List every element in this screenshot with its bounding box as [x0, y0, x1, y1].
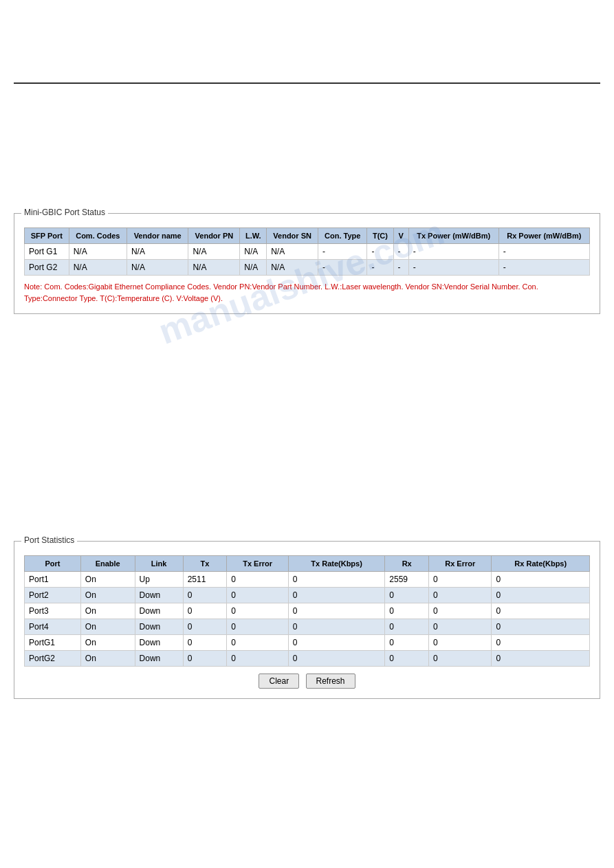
sfp-col-rxpower: Rx Power (mW/dBm) — [498, 228, 589, 244]
stats-table-cell: 0 — [183, 635, 227, 651]
stats-table-cell: Down — [135, 603, 183, 619]
stats-table-cell: Down — [135, 635, 183, 651]
stats-table-header: Port Enable Link Tx Tx Error Tx Rate(Kbp… — [25, 556, 590, 572]
sfp-table-cell: - — [367, 260, 393, 276]
sfp-col-vendorsn: Vendor SN — [267, 228, 318, 244]
stats-table-cell: 0 — [288, 603, 384, 619]
stats-table-cell: 0 — [385, 635, 429, 651]
stats-table-cell: 0 — [227, 619, 289, 635]
sfp-section: Mini-GBIC Port Status SFP Port Com. Code… — [14, 213, 600, 314]
stats-table-cell: 0 — [385, 603, 429, 619]
stats-table-cell: On — [80, 572, 135, 588]
sfp-table-cell: - — [393, 260, 408, 276]
stats-table-cell: 0 — [492, 588, 590, 603]
stats-table-cell: Port2 — [25, 588, 81, 603]
stats-table-cell: On — [80, 603, 135, 619]
stats-table-cell: Port4 — [25, 619, 81, 635]
sfp-table-cell: N/A — [267, 244, 318, 260]
sfp-col-v: V — [393, 228, 408, 244]
sfp-table-cell: Port G2 — [25, 260, 69, 276]
spacer-top — [14, 89, 600, 213]
sfp-col-port: SFP Port — [25, 228, 69, 244]
sfp-table-cell: N/A — [69, 244, 127, 260]
stats-col-rx: Rx — [385, 556, 429, 572]
sfp-col-txpower: Tx Power (mW/dBm) — [408, 228, 498, 244]
stats-table-cell: 0 — [288, 588, 384, 603]
sfp-table-cell: - — [498, 260, 589, 276]
stats-col-rxerror: Rx Error — [429, 556, 492, 572]
stats-col-tx: Tx — [183, 556, 227, 572]
sfp-col-comcodes: Com. Codes — [69, 228, 127, 244]
stats-table-cell: 0 — [429, 588, 492, 603]
stats-table-cell: 0 — [429, 572, 492, 588]
stats-table-cell: 0 — [227, 588, 289, 603]
stats-col-link: Link — [135, 556, 183, 572]
sfp-table-cell: - — [408, 260, 498, 276]
stats-table-cell: 2511 — [183, 572, 227, 588]
stats-table-cell: 0 — [385, 619, 429, 635]
stats-col-enable: Enable — [80, 556, 135, 572]
stats-table-cell: 0 — [429, 619, 492, 635]
sfp-table-cell: Port G1 — [25, 244, 69, 260]
sfp-table-cell: - — [318, 244, 367, 260]
stats-table-cell: 0 — [183, 588, 227, 603]
stats-table-row: Port1OnUp251100255900 — [25, 572, 590, 588]
stats-table-cell: 0 — [385, 588, 429, 603]
sfp-table-row: Port G2N/AN/AN/AN/AN/A----- — [25, 260, 590, 276]
stats-table-cell: 0 — [492, 572, 590, 588]
sfp-table-cell: - — [367, 244, 393, 260]
sfp-table-cell: - — [498, 244, 589, 260]
stats-table-cell: 0 — [227, 651, 289, 667]
sfp-col-tc: T(C) — [367, 228, 393, 244]
sfp-table-cell: N/A — [188, 260, 240, 276]
stats-table-cell: 0 — [227, 635, 289, 651]
stats-table-cell: Port3 — [25, 603, 81, 619]
stats-table-cell: 0 — [429, 651, 492, 667]
stats-table-cell: Port1 — [25, 572, 81, 588]
sfp-table-cell: - — [408, 244, 498, 260]
sfp-table-cell: N/A — [240, 260, 267, 276]
stats-col-txerror: Tx Error — [227, 556, 289, 572]
stats-section: Port Statistics Port Enable Link Tx Tx E… — [14, 541, 600, 699]
stats-section-legend: Port Statistics — [21, 535, 77, 545]
stats-table: Port Enable Link Tx Tx Error Tx Rate(Kbp… — [24, 555, 590, 667]
sfp-col-vendorpn: Vendor PN — [188, 228, 240, 244]
sfp-table-cell: N/A — [69, 260, 127, 276]
stats-table-cell: 0 — [429, 635, 492, 651]
stats-table-cell: 0 — [385, 651, 429, 667]
sfp-table-cell: N/A — [188, 244, 240, 260]
stats-table-row: PortG2OnDown000000 — [25, 651, 590, 667]
stats-table-cell: 0 — [429, 603, 492, 619]
stats-table-cell: 2559 — [385, 572, 429, 588]
sfp-table-cell: N/A — [127, 244, 188, 260]
stats-col-txrate: Tx Rate(Kbps) — [288, 556, 384, 572]
sfp-section-legend: Mini-GBIC Port Status — [21, 208, 108, 217]
spacer-middle — [14, 335, 600, 541]
stats-table-cell: 0 — [492, 603, 590, 619]
stats-table-row: PortG1OnDown000000 — [25, 635, 590, 651]
button-row: Clear Refresh — [24, 674, 590, 689]
stats-table-cell: On — [80, 651, 135, 667]
stats-table-cell: 0 — [288, 619, 384, 635]
sfp-table-cell: N/A — [240, 244, 267, 260]
stats-table-cell: 0 — [183, 651, 227, 667]
stats-table-cell: Down — [135, 588, 183, 603]
top-divider — [14, 82, 600, 84]
stats-table-cell: 0 — [492, 651, 590, 667]
stats-table-cell: PortG2 — [25, 651, 81, 667]
stats-table-cell: 0 — [288, 635, 384, 651]
refresh-button[interactable]: Refresh — [306, 674, 355, 689]
stats-table-cell: Up — [135, 572, 183, 588]
sfp-table-cell: - — [393, 244, 408, 260]
clear-button[interactable]: Clear — [259, 674, 299, 689]
sfp-table-cell: - — [318, 260, 367, 276]
sfp-table-cell: N/A — [267, 260, 318, 276]
sfp-table-cell: N/A — [127, 260, 188, 276]
stats-table-cell: PortG1 — [25, 635, 81, 651]
sfp-col-contype: Con. Type — [318, 228, 367, 244]
stats-table-cell: 0 — [288, 651, 384, 667]
stats-table-cell: 0 — [227, 572, 289, 588]
stats-col-port: Port — [25, 556, 81, 572]
stats-table-cell: On — [80, 635, 135, 651]
sfp-col-lw: L.W. — [240, 228, 267, 244]
